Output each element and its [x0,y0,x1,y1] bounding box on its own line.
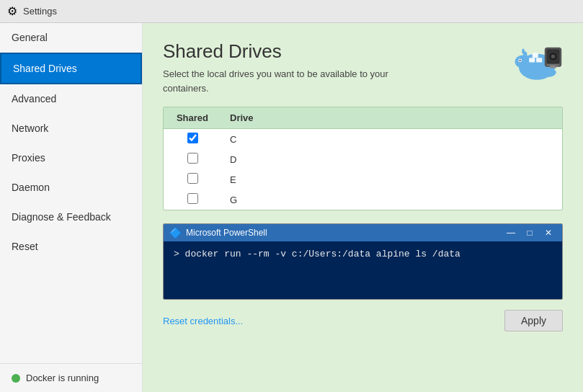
svg-rect-8 [536,58,542,62]
terminal-controls: — □ ✕ [503,227,556,239]
docker-status-text: Docker is running [26,373,99,383]
terminal-titlebar-text: Microsoft PowerShell [186,228,499,238]
table-row: C [164,129,562,150]
svg-point-6 [522,49,525,54]
terminal-body: > docker run --rm -v c:/Users:/data alpi… [164,241,562,299]
sidebar-item-reset[interactable]: Reset [0,232,142,262]
drive-c-label: C [221,129,562,150]
terminal-container: 🔷 Microsoft PowerShell — □ ✕ > docker ru… [163,223,563,300]
drive-d-checkbox-cell [164,149,221,169]
drive-e-checkbox-cell [164,169,221,190]
svg-rect-15 [550,66,556,68]
drive-d-checkbox[interactable] [187,153,198,164]
titlebar-title: Settings [23,6,57,17]
table-row: E [164,169,562,190]
main-panel: Shared Drives Select the local drives yo… [143,23,583,392]
titlebar: ⚙ Settings [0,0,583,23]
terminal-command: > docker run --rm -v c:/Users:/data alpi… [174,249,460,259]
svg-rect-14 [547,64,560,66]
sidebar-item-network[interactable]: Network [0,114,142,143]
svg-rect-7 [529,58,535,62]
drive-g-label: G [221,190,562,210]
terminal-titlebar: 🔷 Microsoft PowerShell — □ ✕ [164,224,562,241]
svg-point-4 [520,60,521,61]
reset-credentials-link[interactable]: Reset credentials... [163,316,243,326]
terminal-close-button[interactable]: ✕ [540,227,556,239]
docker-status-dot [12,374,20,383]
col-header-shared: Shared [164,107,221,129]
apply-button[interactable]: Apply [504,310,563,331]
sidebar: General Shared Drives Advanced Network P… [0,23,143,392]
svg-rect-9 [533,53,538,58]
terminal-maximize-button[interactable]: □ [522,227,538,239]
sidebar-item-diagnose-feedback[interactable]: Diagnose & Feedback [0,202,142,232]
drive-d-label: D [221,149,562,169]
panel-title: Shared Drives [163,40,408,63]
sidebar-item-daemon[interactable]: Daemon [0,173,142,202]
sidebar-item-advanced[interactable]: Advanced [0,84,142,114]
sidebar-item-shared-drives[interactable]: Shared Drives [0,53,142,84]
svg-point-13 [551,55,555,58]
terminal-minimize-button[interactable]: — [503,227,519,239]
powershell-icon: 🔷 [169,227,182,239]
drives-table-container: Shared Drive C D [163,107,563,210]
col-header-drive: Drive [221,107,562,129]
svg-point-2 [515,55,530,68]
main-content: General Shared Drives Advanced Network P… [0,23,583,392]
settings-icon: ⚙ [7,4,17,18]
drive-c-checkbox-cell [164,129,221,150]
sidebar-item-proxies[interactable]: Proxies [0,143,142,173]
drive-e-checkbox[interactable] [187,173,198,184]
sidebar-footer: Docker is running [0,363,142,392]
table-row: D [164,149,562,169]
drive-g-checkbox-cell [164,190,221,210]
panel-header: Shared Drives Select the local drives yo… [163,40,563,95]
drive-c-checkbox[interactable] [187,133,198,143]
panel-header-text: Shared Drives Select the local drives yo… [163,40,408,95]
table-row: G [164,190,562,210]
panel-subtitle: Select the local drives you want to be a… [163,67,408,95]
drives-table: Shared Drive C D [164,107,562,210]
sidebar-item-general[interactable]: General [0,23,142,53]
drive-g-checkbox[interactable] [187,193,198,204]
docker-logo [511,40,563,84]
panel-bottom: Reset credentials... Apply [163,310,563,331]
drive-e-label: E [221,169,562,190]
